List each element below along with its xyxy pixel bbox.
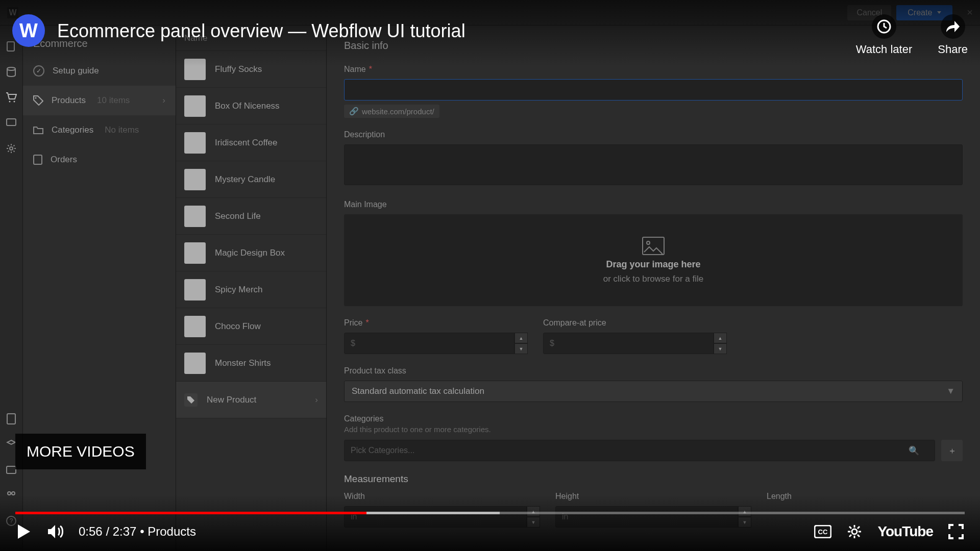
svg-rect-7	[7, 466, 16, 473]
youtube-logo-button[interactable]: YouTube	[877, 523, 933, 540]
chapter-name: Products	[148, 524, 196, 538]
product-thumb	[184, 95, 206, 117]
product-name: Mystery Candle	[215, 174, 275, 185]
product-list: Name Fluffy SocksBox Of NicenessIridisce…	[176, 26, 327, 551]
time-current: 0:56	[79, 524, 103, 538]
product-thumb	[184, 206, 206, 227]
sidebar-item-count: 10 items	[97, 95, 130, 106]
categories-label: Categories	[344, 414, 963, 423]
exit-fullscreen-button[interactable]	[947, 523, 965, 540]
tablet-icon[interactable]	[6, 413, 17, 424]
product-name: Magic Design Box	[215, 248, 285, 258]
image-dropzone[interactable]: Drag your image here or click to browse …	[344, 214, 963, 306]
product-row[interactable]: Mystery Candle	[176, 161, 326, 198]
progress-buffered	[366, 512, 499, 514]
tag-icon	[33, 95, 43, 106]
product-name: Choco Flow	[215, 321, 261, 332]
channel-avatar[interactable]: W	[12, 14, 45, 47]
main-image-label: Main Image	[344, 200, 963, 209]
chevron-down-icon: ▼	[514, 343, 528, 354]
product-row[interactable]: Second Life	[176, 198, 326, 235]
product-row[interactable]: Iridiscent Coffee	[176, 124, 326, 161]
video-bottom-overlay: 0:56 / 2:37 • Products CC YouTube	[0, 495, 980, 551]
svg-rect-13	[34, 155, 42, 164]
time-display: 0:56 / 2:37 • Products	[79, 524, 196, 539]
volume-button[interactable]	[47, 523, 64, 540]
chevron-right-icon: ›	[315, 395, 318, 405]
share-label: Share	[938, 43, 968, 56]
tag-icon	[184, 393, 198, 407]
add-category-button[interactable]: ＋	[941, 440, 963, 461]
required-icon: *	[365, 318, 369, 328]
more-videos-button[interactable]: MORE VIDEOS	[15, 434, 146, 469]
svg-point-15	[647, 241, 650, 244]
slug-text: website.com/product/	[362, 107, 434, 116]
product-row[interactable]: Magic Design Box	[176, 235, 326, 271]
product-row[interactable]: Monster Shirts	[176, 345, 326, 382]
assets-icon[interactable]	[6, 117, 17, 129]
price-input[interactable]	[344, 333, 514, 354]
cart-icon[interactable]	[6, 92, 17, 103]
gear-icon[interactable]	[6, 143, 17, 154]
compare-label: Compare-at price	[543, 318, 727, 328]
svg-point-2	[9, 101, 11, 103]
sidebar-item-label: Categories	[52, 125, 93, 135]
description-input[interactable]	[344, 144, 963, 185]
watch-later-button[interactable]: Watch later	[856, 14, 912, 56]
link-icon: 🔗	[349, 107, 359, 116]
ecommerce-sidebar: Ecommerce ✓ Setup guide Products 10 item…	[23, 26, 176, 551]
sidebar-item-label: Orders	[51, 155, 77, 165]
product-name: Second Life	[215, 211, 261, 221]
sidebar-item-orders[interactable]: Orders	[23, 145, 176, 174]
product-name: Spicy Merch	[215, 285, 263, 295]
tax-value: Standard automatic tax calculation	[352, 386, 484, 396]
slug-chip[interactable]: 🔗 website.com/product/	[344, 105, 439, 118]
captions-button[interactable]: CC	[814, 523, 831, 540]
image-icon	[642, 237, 665, 255]
product-thumb	[184, 169, 206, 190]
drop-title: Drag your image here	[606, 259, 700, 270]
categories-input[interactable]	[344, 440, 935, 461]
sidebar-item-products[interactable]: Products 10 items ›	[23, 86, 176, 115]
product-thumb	[184, 242, 206, 264]
product-row[interactable]: Choco Flow	[176, 308, 326, 345]
svg-point-12	[35, 97, 37, 99]
svg-point-5	[10, 147, 13, 150]
sidebar-item-categories[interactable]: Categories No items	[23, 115, 176, 145]
svg-rect-4	[7, 119, 16, 126]
product-row[interactable]: Box Of Niceness	[176, 88, 326, 124]
video-title[interactable]: Ecommerce panel overview — Webflow UI tu…	[57, 20, 465, 42]
chevron-down-icon: ▼	[714, 343, 727, 354]
product-name: Monster Shirts	[215, 358, 271, 368]
sidebar-item-count: No items	[105, 125, 139, 135]
progress-bar[interactable]	[15, 512, 965, 514]
name-input[interactable]	[344, 79, 963, 101]
product-row[interactable]: Spicy Merch	[176, 271, 326, 308]
product-row[interactable]: New Product›	[176, 382, 326, 418]
product-thumb	[184, 132, 206, 154]
product-form: Basic info Name* 🔗 website.com/product/ …	[327, 26, 980, 551]
svg-text:CC: CC	[818, 528, 828, 536]
clock-icon	[872, 14, 896, 39]
check-circle-icon: ✓	[33, 65, 44, 77]
play-button[interactable]	[15, 523, 33, 540]
tax-select[interactable]: Standard automatic tax calculation ▼	[344, 381, 963, 402]
sidebar-item-label: Setup guide	[53, 66, 99, 76]
product-thumb	[184, 353, 206, 374]
time-total: 2:37	[113, 524, 137, 538]
compare-input[interactable]	[543, 333, 714, 354]
database-icon[interactable]	[6, 66, 17, 78]
product-thumb	[184, 316, 206, 337]
folder-icon	[33, 126, 43, 135]
share-button[interactable]: Share	[938, 14, 968, 56]
svg-point-3	[14, 101, 15, 103]
watch-later-label: Watch later	[856, 43, 912, 56]
share-icon	[941, 14, 965, 39]
chevron-right-icon: ›	[162, 95, 165, 106]
chevron-up-icon: ▲	[514, 333, 528, 343]
price-label: Price	[344, 318, 362, 328]
price-stepper[interactable]: ▲▼	[514, 333, 528, 354]
compare-stepper[interactable]: ▲▼	[714, 333, 727, 354]
drop-subtitle: or click to browse for a file	[603, 274, 704, 284]
settings-button[interactable]	[846, 523, 863, 540]
